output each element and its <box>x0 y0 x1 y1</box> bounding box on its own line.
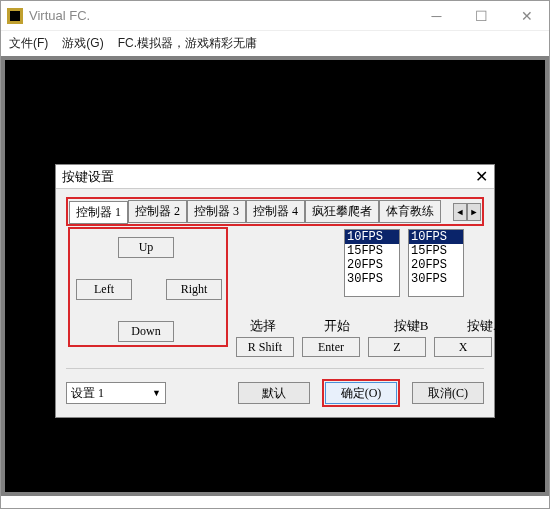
minimize-button[interactable]: ─ <box>414 1 459 31</box>
label-button-b: 按键B <box>384 317 438 335</box>
dialog-titlebar: 按键设置 ✕ <box>56 165 494 189</box>
fps-list-b[interactable]: 10FPS 15FPS 20FPS 30FPS <box>344 229 400 297</box>
tab-crazy-climber[interactable]: 疯狂攀爬者 <box>305 200 379 223</box>
menubar: 文件(F) 游戏(G) FC.模拟器，游戏精彩无庸 <box>1 31 549 56</box>
key-right-button[interactable]: Right <box>166 279 222 300</box>
label-start: 开始 <box>310 317 364 335</box>
fps-option[interactable]: 20FPS <box>409 258 463 272</box>
dialog-buttons-row: 设置 1 ▼ 默认 确定(O) 取消(C) <box>66 368 484 407</box>
preset-value: 设置 1 <box>71 385 104 402</box>
preset-combo[interactable]: 设置 1 ▼ <box>66 382 166 404</box>
menu-file[interactable]: 文件(F) <box>9 35 48 52</box>
key-up-button[interactable]: Up <box>118 237 174 258</box>
menu-extra[interactable]: FC.模拟器，游戏精彩无庸 <box>118 35 257 52</box>
label-select: 选择 <box>236 317 290 335</box>
main-window: Virtual FC. ─ ☐ ✕ 文件(F) 游戏(G) FC.模拟器，游戏精… <box>0 0 550 509</box>
fps-option[interactable]: 30FPS <box>345 272 399 286</box>
cancel-button[interactable]: 取消(C) <box>412 382 484 404</box>
key-a-button[interactable]: X <box>434 337 492 357</box>
menu-game[interactable]: 游戏(G) <box>62 35 103 52</box>
fps-list-a[interactable]: 10FPS 15FPS 20FPS 30FPS <box>408 229 464 297</box>
label-button-a: 按键A <box>458 317 512 335</box>
dialog-close-icon[interactable]: ✕ <box>475 167 488 186</box>
app-icon <box>7 8 23 24</box>
titlebar: Virtual FC. ─ ☐ ✕ <box>1 1 549 31</box>
svg-rect-1 <box>10 11 20 21</box>
tab-controller-2[interactable]: 控制器 2 <box>128 200 187 223</box>
ok-button[interactable]: 确定(O) <box>325 382 397 404</box>
key-down-button[interactable]: Down <box>118 321 174 342</box>
key-settings-dialog: 按键设置 ✕ 控制器 1 控制器 2 控制器 3 控制器 4 疯狂攀爬者 体育教… <box>55 164 495 418</box>
key-left-button[interactable]: Left <box>76 279 132 300</box>
key-select-button[interactable]: R Shift <box>236 337 294 357</box>
key-start-button[interactable]: Enter <box>302 337 360 357</box>
fps-option[interactable]: 30FPS <box>409 272 463 286</box>
window-title: Virtual FC. <box>29 8 414 23</box>
fps-option[interactable]: 20FPS <box>345 258 399 272</box>
chevron-down-icon: ▼ <box>152 388 161 398</box>
fps-option[interactable]: 15FPS <box>345 244 399 258</box>
ok-button-highlight: 确定(O) <box>322 379 400 407</box>
key-labels-row: 选择 开始 按键B 按键A <box>236 317 512 335</box>
fps-option[interactable]: 10FPS <box>409 230 463 244</box>
tab-controller-1[interactable]: 控制器 1 <box>69 201 128 224</box>
fps-option[interactable]: 10FPS <box>345 230 399 244</box>
tab-scroll-right-icon[interactable]: ► <box>467 203 481 221</box>
fps-option[interactable]: 15FPS <box>409 244 463 258</box>
tab-sports-coach[interactable]: 体育教练 <box>379 200 441 223</box>
close-button[interactable]: ✕ <box>504 1 549 31</box>
dialog-body: 控制器 1 控制器 2 控制器 3 控制器 4 疯狂攀爬者 体育教练 ◄ ► U… <box>56 189 494 417</box>
content-area: 按键设置 ✕ 控制器 1 控制器 2 控制器 3 控制器 4 疯狂攀爬者 体育教… <box>1 56 549 496</box>
tab-controller-4[interactable]: 控制器 4 <box>246 200 305 223</box>
tab-scroll-left-icon[interactable]: ◄ <box>453 203 467 221</box>
tab-strip: 控制器 1 控制器 2 控制器 3 控制器 4 疯狂攀爬者 体育教练 ◄ ► <box>66 197 484 226</box>
tab-controller-3[interactable]: 控制器 3 <box>187 200 246 223</box>
key-b-button[interactable]: Z <box>368 337 426 357</box>
maximize-button[interactable]: ☐ <box>459 1 504 31</box>
key-values-row: R Shift Enter Z X <box>236 337 492 357</box>
default-button[interactable]: 默认 <box>238 382 310 404</box>
dpad-area: Up Left Right Down <box>68 227 228 347</box>
tab-scroll: ◄ ► <box>453 203 481 221</box>
dialog-title: 按键设置 <box>62 168 114 186</box>
